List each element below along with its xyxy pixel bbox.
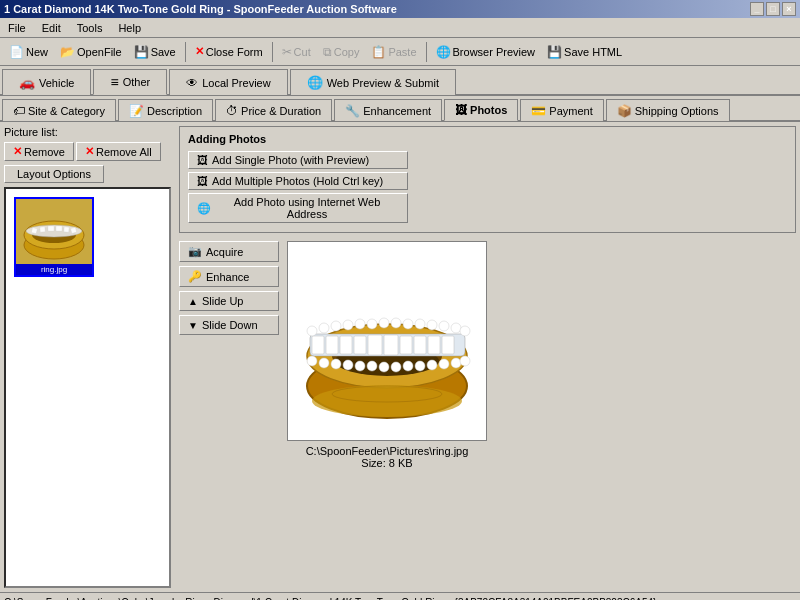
vehicle-icon bbox=[19, 75, 35, 90]
file-size: Size: 8 KB bbox=[306, 457, 469, 469]
menu-tools[interactable]: Tools bbox=[73, 20, 107, 36]
acquire-button[interactable]: Acquire bbox=[179, 241, 279, 262]
copy-button[interactable]: Copy bbox=[318, 41, 365, 63]
tab-payment[interactable]: Payment bbox=[520, 99, 603, 121]
thumbnail-item[interactable]: ring.jpg bbox=[14, 197, 94, 277]
svg-point-32 bbox=[379, 318, 389, 328]
svg-point-44 bbox=[355, 361, 365, 371]
add-multi-icon bbox=[197, 175, 208, 187]
maximize-button[interactable]: □ bbox=[766, 2, 780, 16]
svg-point-47 bbox=[391, 362, 401, 372]
menu-help[interactable]: Help bbox=[114, 20, 145, 36]
add-single-photo-button[interactable]: Add Single Photo (with Preview) bbox=[188, 151, 408, 169]
tab-site-category[interactable]: Site & Category bbox=[2, 99, 116, 121]
browser-preview-icon bbox=[436, 45, 451, 59]
svg-rect-8 bbox=[64, 227, 69, 232]
slide-up-button[interactable]: Slide Up bbox=[179, 291, 279, 311]
new-button[interactable]: New bbox=[4, 41, 53, 63]
tab-photos[interactable]: Photos bbox=[444, 99, 518, 121]
toolbar-sep-2 bbox=[272, 42, 273, 62]
paste-button[interactable]: Paste bbox=[366, 41, 421, 63]
svg-rect-22 bbox=[400, 336, 412, 354]
shipping-icon bbox=[617, 104, 632, 118]
svg-point-28 bbox=[331, 321, 341, 331]
site-icon bbox=[13, 104, 25, 118]
tab-other[interactable]: Other bbox=[93, 69, 167, 95]
svg-point-41 bbox=[319, 358, 329, 368]
right-panel: Adding Photos Add Single Photo (with Pre… bbox=[175, 122, 800, 592]
ring-preview-svg bbox=[292, 246, 482, 436]
minimize-button[interactable]: _ bbox=[750, 2, 764, 16]
save-html-button[interactable]: Save HTML bbox=[542, 41, 627, 63]
cut-button[interactable]: Cut bbox=[277, 41, 316, 63]
adding-photos-title: Adding Photos bbox=[188, 133, 787, 145]
openfile-button[interactable]: OpenFile bbox=[55, 41, 127, 63]
toolbar: New OpenFile Save ✕ Close Form Cut Copy … bbox=[0, 38, 800, 66]
tab-vehicle[interactable]: Vehicle bbox=[2, 69, 91, 95]
slide-down-button[interactable]: Slide Down bbox=[179, 315, 279, 335]
actions-section: Acquire Enhance Slide Up Slide Down bbox=[179, 241, 796, 473]
thumbnail-label: ring.jpg bbox=[16, 264, 92, 275]
browser-preview-button[interactable]: Browser Preview bbox=[431, 41, 541, 63]
svg-point-39 bbox=[460, 326, 470, 336]
tab-local-preview[interactable]: Local Preview bbox=[169, 69, 287, 95]
photo-preview bbox=[287, 241, 487, 441]
tab-description[interactable]: Description bbox=[118, 99, 213, 121]
tab-web-preview[interactable]: Web Preview & Submit bbox=[290, 69, 456, 95]
ring-thumbnail-svg bbox=[20, 207, 88, 267]
remove-all-button[interactable]: ✕ Remove All bbox=[76, 142, 161, 161]
svg-point-31 bbox=[367, 319, 377, 329]
web-preview-icon bbox=[307, 75, 323, 90]
remove-button[interactable]: ✕ Remove bbox=[4, 142, 74, 161]
tab-price-duration[interactable]: Price & Duration bbox=[215, 99, 332, 121]
status-bar: C:\SpoonFeeder\Auctions\Qoba\Jewelry Rin… bbox=[0, 592, 800, 600]
svg-point-29 bbox=[343, 320, 353, 330]
svg-point-40 bbox=[307, 356, 317, 366]
enhancement-icon bbox=[345, 104, 360, 118]
svg-rect-19 bbox=[354, 336, 366, 354]
add-single-icon bbox=[197, 154, 208, 166]
svg-rect-16 bbox=[312, 336, 324, 354]
payment-icon bbox=[531, 104, 546, 118]
svg-point-50 bbox=[427, 360, 437, 370]
svg-point-54 bbox=[312, 385, 462, 417]
svg-point-49 bbox=[415, 361, 425, 371]
content-area: Picture list: ✕ Remove ✕ Remove All Layo… bbox=[0, 122, 800, 592]
svg-rect-18 bbox=[340, 336, 352, 354]
toolbar-sep-1 bbox=[185, 42, 186, 62]
svg-rect-25 bbox=[442, 336, 454, 354]
svg-point-36 bbox=[427, 320, 437, 330]
close-form-button[interactable]: ✕ Close Form bbox=[190, 41, 268, 63]
svg-point-26 bbox=[307, 326, 317, 336]
save-button[interactable]: Save bbox=[129, 41, 181, 63]
add-web-photo-button[interactable]: Add Photo using Internet Web Address bbox=[188, 193, 408, 223]
paste-icon bbox=[371, 45, 386, 59]
svg-rect-17 bbox=[326, 336, 338, 354]
close-window-button[interactable]: × bbox=[782, 2, 796, 16]
enhance-button[interactable]: Enhance bbox=[179, 266, 279, 287]
svg-point-37 bbox=[439, 321, 449, 331]
svg-point-27 bbox=[319, 323, 329, 333]
add-multiple-photos-button[interactable]: Add Multiple Photos (Hold Ctrl key) bbox=[188, 172, 408, 190]
remove-all-icon: ✕ bbox=[85, 145, 94, 158]
svg-point-46 bbox=[379, 362, 389, 372]
tab-enhancement[interactable]: Enhancement bbox=[334, 99, 442, 121]
cut-icon bbox=[282, 45, 292, 59]
svg-point-52 bbox=[451, 358, 461, 368]
layout-options-button[interactable]: Layout Options bbox=[4, 165, 104, 183]
menu-file[interactable]: File bbox=[4, 20, 30, 36]
tab-shipping[interactable]: Shipping Options bbox=[606, 99, 730, 121]
svg-rect-9 bbox=[71, 227, 77, 233]
svg-point-30 bbox=[355, 319, 365, 329]
add-web-icon bbox=[197, 202, 211, 215]
adding-photos-section: Adding Photos Add Single Photo (with Pre… bbox=[179, 126, 796, 233]
title-text: 1 Carat Diamond 14K Two-Tone Gold Ring -… bbox=[4, 3, 397, 15]
enhance-action-icon bbox=[188, 270, 202, 283]
menu-edit[interactable]: Edit bbox=[38, 20, 65, 36]
svg-rect-4 bbox=[31, 228, 37, 234]
title-bar-buttons[interactable]: _ □ × bbox=[750, 2, 796, 16]
new-icon bbox=[9, 45, 24, 59]
close-form-icon: ✕ bbox=[195, 45, 204, 58]
save-html-icon bbox=[547, 45, 562, 59]
svg-rect-23 bbox=[414, 336, 426, 354]
